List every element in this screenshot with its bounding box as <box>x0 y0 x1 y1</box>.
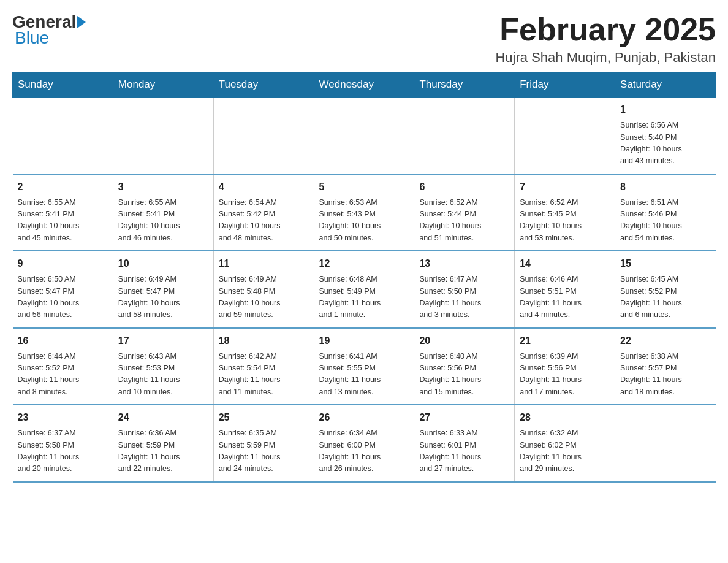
day-number: 5 <box>319 180 409 194</box>
calendar-week-row: 16Sunrise: 6:44 AMSunset: 5:52 PMDayligh… <box>13 328 716 405</box>
calendar-cell: 26Sunrise: 6:34 AMSunset: 6:00 PMDayligh… <box>314 405 414 482</box>
calendar-cell <box>213 98 314 174</box>
calendar-cell: 14Sunrise: 6:46 AMSunset: 5:51 PMDayligh… <box>515 251 615 328</box>
calendar-week-row: 2Sunrise: 6:55 AMSunset: 5:41 PMDaylight… <box>13 174 716 251</box>
day-number: 4 <box>219 180 309 194</box>
day-number: 26 <box>319 410 409 425</box>
calendar-cell: 15Sunrise: 6:45 AMSunset: 5:52 PMDayligh… <box>615 251 716 328</box>
day-info: Sunrise: 6:38 AMSunset: 5:57 PMDaylight:… <box>620 351 710 399</box>
weekday-header-friday: Friday <box>515 72 615 98</box>
page-header: General Blue February 2025 Hujra Shah Mu… <box>12 12 716 66</box>
day-info: Sunrise: 6:49 AMSunset: 5:47 PMDaylight:… <box>118 274 208 321</box>
day-info: Sunrise: 6:44 AMSunset: 5:52 PMDaylight:… <box>18 351 108 399</box>
day-number: 1 <box>620 102 710 117</box>
day-info: Sunrise: 6:40 AMSunset: 5:56 PMDaylight:… <box>419 351 509 399</box>
day-number: 12 <box>319 256 409 271</box>
calendar-week-row: 9Sunrise: 6:50 AMSunset: 5:47 PMDaylight… <box>13 251 716 328</box>
day-number: 6 <box>419 180 509 194</box>
location-subtitle: Hujra Shah Muqim, Punjab, Pakistan <box>495 50 716 66</box>
day-info: Sunrise: 6:51 AMSunset: 5:46 PMDaylight:… <box>620 197 710 245</box>
calendar-cell: 27Sunrise: 6:33 AMSunset: 6:01 PMDayligh… <box>414 405 515 482</box>
calendar-week-row: 1Sunrise: 6:56 AMSunset: 5:40 PMDaylight… <box>13 98 716 174</box>
day-number: 18 <box>219 334 309 348</box>
calendar-cell: 22Sunrise: 6:38 AMSunset: 5:57 PMDayligh… <box>615 328 716 405</box>
day-info: Sunrise: 6:39 AMSunset: 5:56 PMDaylight:… <box>520 351 610 399</box>
day-number: 9 <box>18 256 108 271</box>
calendar-cell: 20Sunrise: 6:40 AMSunset: 5:56 PMDayligh… <box>414 328 515 405</box>
day-info: Sunrise: 6:34 AMSunset: 6:00 PMDaylight:… <box>319 427 409 475</box>
calendar-cell: 17Sunrise: 6:43 AMSunset: 5:53 PMDayligh… <box>113 328 213 405</box>
calendar-cell: 10Sunrise: 6:49 AMSunset: 5:47 PMDayligh… <box>113 251 213 328</box>
day-number: 25 <box>219 410 309 425</box>
calendar-cell: 5Sunrise: 6:53 AMSunset: 5:43 PMDaylight… <box>314 174 414 251</box>
weekday-header-saturday: Saturday <box>615 72 716 98</box>
day-number: 19 <box>319 334 409 348</box>
day-info: Sunrise: 6:55 AMSunset: 5:41 PMDaylight:… <box>18 197 108 245</box>
calendar-cell: 28Sunrise: 6:32 AMSunset: 6:02 PMDayligh… <box>515 405 615 482</box>
day-info: Sunrise: 6:52 AMSunset: 5:44 PMDaylight:… <box>419 197 509 245</box>
day-number: 14 <box>520 256 610 271</box>
calendar-cell: 11Sunrise: 6:49 AMSunset: 5:48 PMDayligh… <box>213 251 314 328</box>
calendar-cell: 4Sunrise: 6:54 AMSunset: 5:42 PMDaylight… <box>213 174 314 251</box>
day-number: 21 <box>520 334 610 348</box>
calendar-cell <box>414 98 515 174</box>
calendar-cell: 2Sunrise: 6:55 AMSunset: 5:41 PMDaylight… <box>13 174 113 251</box>
day-info: Sunrise: 6:37 AMSunset: 5:58 PMDaylight:… <box>18 427 108 475</box>
day-number: 17 <box>118 334 208 348</box>
day-number: 2 <box>18 180 108 194</box>
calendar-cell <box>113 98 213 174</box>
calendar-table: SundayMondayTuesdayWednesdayThursdayFrid… <box>12 72 716 483</box>
calendar-cell: 18Sunrise: 6:42 AMSunset: 5:54 PMDayligh… <box>213 328 314 405</box>
weekday-header-wednesday: Wednesday <box>314 72 414 98</box>
day-info: Sunrise: 6:48 AMSunset: 5:49 PMDaylight:… <box>319 274 409 321</box>
day-info: Sunrise: 6:53 AMSunset: 5:43 PMDaylight:… <box>319 197 409 245</box>
day-number: 22 <box>620 334 710 348</box>
calendar-cell <box>615 405 716 482</box>
calendar-cell: 21Sunrise: 6:39 AMSunset: 5:56 PMDayligh… <box>515 328 615 405</box>
calendar-cell: 3Sunrise: 6:55 AMSunset: 5:41 PMDaylight… <box>113 174 213 251</box>
day-info: Sunrise: 6:50 AMSunset: 5:47 PMDaylight:… <box>18 274 108 321</box>
day-number: 23 <box>18 410 108 425</box>
day-number: 10 <box>118 256 208 271</box>
day-info: Sunrise: 6:46 AMSunset: 5:51 PMDaylight:… <box>520 274 610 321</box>
calendar-cell: 19Sunrise: 6:41 AMSunset: 5:55 PMDayligh… <box>314 328 414 405</box>
calendar-cell: 25Sunrise: 6:35 AMSunset: 5:59 PMDayligh… <box>213 405 314 482</box>
month-title: February 2025 <box>495 12 716 47</box>
calendar-cell: 12Sunrise: 6:48 AMSunset: 5:49 PMDayligh… <box>314 251 414 328</box>
logo-arrow-icon <box>77 16 86 28</box>
logo-blue-text: Blue <box>15 28 49 47</box>
day-number: 7 <box>520 180 610 194</box>
calendar-cell: 13Sunrise: 6:47 AMSunset: 5:50 PMDayligh… <box>414 251 515 328</box>
day-number: 13 <box>419 256 509 271</box>
day-info: Sunrise: 6:55 AMSunset: 5:41 PMDaylight:… <box>118 197 208 245</box>
day-number: 15 <box>620 256 710 271</box>
day-info: Sunrise: 6:41 AMSunset: 5:55 PMDaylight:… <box>319 351 409 399</box>
day-info: Sunrise: 6:42 AMSunset: 5:54 PMDaylight:… <box>219 351 309 399</box>
calendar-cell <box>314 98 414 174</box>
day-info: Sunrise: 6:33 AMSunset: 6:01 PMDaylight:… <box>419 427 509 475</box>
day-number: 11 <box>219 256 309 271</box>
day-info: Sunrise: 6:43 AMSunset: 5:53 PMDaylight:… <box>118 351 208 399</box>
day-number: 3 <box>118 180 208 194</box>
weekday-header-thursday: Thursday <box>414 72 515 98</box>
day-info: Sunrise: 6:49 AMSunset: 5:48 PMDaylight:… <box>219 274 309 321</box>
day-info: Sunrise: 6:56 AMSunset: 5:40 PMDaylight:… <box>620 120 710 167</box>
calendar-cell: 1Sunrise: 6:56 AMSunset: 5:40 PMDaylight… <box>615 98 716 174</box>
day-number: 16 <box>18 334 108 348</box>
logo: General Blue <box>12 12 87 48</box>
calendar-cell: 16Sunrise: 6:44 AMSunset: 5:52 PMDayligh… <box>13 328 113 405</box>
title-area: February 2025 Hujra Shah Muqim, Punjab, … <box>495 12 716 66</box>
day-info: Sunrise: 6:32 AMSunset: 6:02 PMDaylight:… <box>520 427 610 475</box>
calendar-cell: 7Sunrise: 6:52 AMSunset: 5:45 PMDaylight… <box>515 174 615 251</box>
calendar-cell <box>515 98 615 174</box>
day-number: 27 <box>419 410 509 425</box>
calendar-cell: 6Sunrise: 6:52 AMSunset: 5:44 PMDaylight… <box>414 174 515 251</box>
day-number: 20 <box>419 334 509 348</box>
calendar-cell: 9Sunrise: 6:50 AMSunset: 5:47 PMDaylight… <box>13 251 113 328</box>
day-info: Sunrise: 6:36 AMSunset: 5:59 PMDaylight:… <box>118 427 208 475</box>
day-number: 24 <box>118 410 208 425</box>
day-info: Sunrise: 6:52 AMSunset: 5:45 PMDaylight:… <box>520 197 610 245</box>
calendar-cell <box>13 98 113 174</box>
weekday-header-sunday: Sunday <box>13 72 113 98</box>
day-info: Sunrise: 6:54 AMSunset: 5:42 PMDaylight:… <box>219 197 309 245</box>
